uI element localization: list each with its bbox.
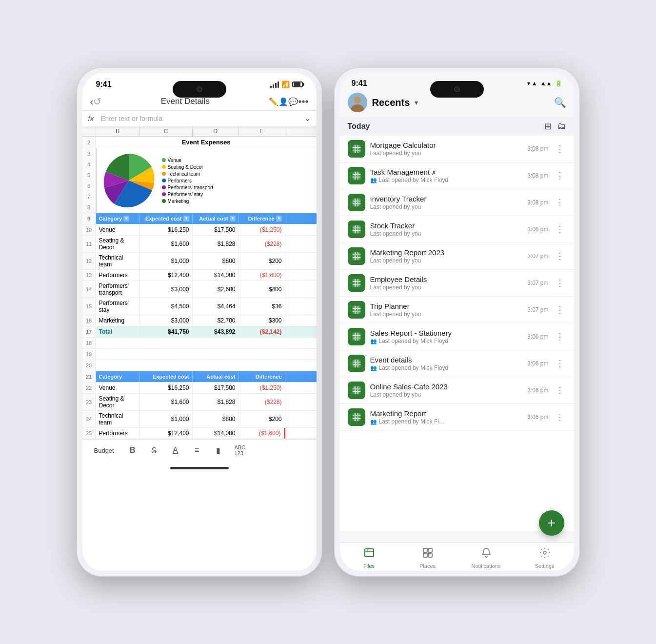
file-name-task: Task Management ✗ <box>370 168 523 176</box>
text-color-icon[interactable]: A <box>169 443 182 457</box>
file-time-cafe: 3:06 pm <box>527 387 548 394</box>
file-more-task[interactable]: ⋮ <box>554 170 566 181</box>
file-more-employee[interactable]: ⋮ <box>554 278 566 288</box>
file-more-trip[interactable]: ⋮ <box>554 304 566 315</box>
file-icon-event <box>348 355 365 372</box>
file-item-stock[interactable]: Stock Tracker Last opened by you 3:08 pm… <box>340 216 574 243</box>
align-icon[interactable]: ≡ <box>190 443 204 457</box>
r25-cat: Performers <box>96 428 140 439</box>
comment-icon[interactable]: 💬 <box>288 97 298 106</box>
r17-exp: $41,750 <box>140 326 193 337</box>
rownum-17: 17 <box>82 326 96 337</box>
file-info-stock: Stock Tracker Last opened by you <box>370 221 523 237</box>
header-diff: Difference ▾ <box>239 213 285 224</box>
folder-icon[interactable]: 🗂 <box>557 121 566 132</box>
phone1: 9:41 📶 ‹ ↺ Event Details ✏️ 👤 <box>77 67 322 577</box>
col-b-header[interactable]: B <box>96 126 140 136</box>
fx-label: fx <box>88 114 94 122</box>
svg-rect-48 <box>352 386 360 395</box>
search-button[interactable]: 🔍 <box>554 97 566 108</box>
file-item-event[interactable]: Event details 👥 Last opened by Mick Floy… <box>340 350 574 377</box>
file-item-inventory[interactable]: Inventory Tracker Last opened by you 3:0… <box>340 189 574 216</box>
row-25: 25 Performers $12,400 $14,000 ($1,600) <box>82 428 317 439</box>
highlight-icon[interactable]: ▮ <box>212 443 225 457</box>
file-item-marketing23[interactable]: Marketing Report 2023 Last opened by you… <box>340 243 574 270</box>
nav-places[interactable]: Places <box>398 547 457 569</box>
file-icon-employee <box>348 274 365 292</box>
svg-rect-38 <box>352 333 360 341</box>
strikethrough-icon[interactable]: S̶ <box>147 443 161 457</box>
signal-icon-2: ▲▲ <box>540 80 552 87</box>
places-nav-icon <box>422 547 434 562</box>
undo-icon[interactable]: ↺ <box>93 96 101 107</box>
nav-settings[interactable]: Settings <box>516 547 574 569</box>
document-title: Event Details <box>101 97 269 106</box>
rownum-3: 3 <box>82 148 96 159</box>
nav-files[interactable]: Files <box>340 547 398 569</box>
file-info-marketing: Marketing Report 👥 Last opened by Mick F… <box>370 409 523 425</box>
file-icon-cafe <box>348 382 365 399</box>
file-item-marketing[interactable]: Marketing Report 👥 Last opened by Mick F… <box>340 404 574 431</box>
fab-container: + <box>539 510 564 536</box>
pen-tool-icon[interactable]: ✏️ <box>269 97 278 106</box>
file-item-task[interactable]: Task Management ✗ 👥 Last opened by Mick … <box>340 162 574 189</box>
svg-rect-58 <box>365 549 374 557</box>
r25-exp: $12,400 <box>140 428 193 439</box>
r14-cat: Performers' transport <box>96 281 140 298</box>
file-more-inventory[interactable]: ⋮ <box>554 197 566 208</box>
row-12: 12 Technical team $1,000 $800 $200 <box>82 253 317 270</box>
file-name-trip: Trip Planner <box>370 302 523 310</box>
r22-cat: Venue <box>96 382 140 393</box>
file-more-event[interactable]: ⋮ <box>554 358 566 369</box>
people-icon[interactable]: 👤 <box>278 97 288 106</box>
user-avatar[interactable] <box>348 93 367 112</box>
back-icon[interactable]: ‹ <box>90 96 94 107</box>
file-more-marketing23[interactable]: ⋮ <box>554 251 566 262</box>
more-icon[interactable]: ••• <box>298 96 308 107</box>
file-more-sales[interactable]: ⋮ <box>554 331 566 342</box>
add-fab-button[interactable]: + <box>539 510 564 536</box>
file-item-cafe[interactable]: Online Sales-Cafe 2023 Last opened by yo… <box>340 377 574 404</box>
abc-icon[interactable]: ABC123 <box>233 443 247 457</box>
bold-icon[interactable]: B <box>126 443 139 457</box>
expand-icon[interactable]: ⌄ <box>304 114 311 123</box>
r25-diff: ($1,600) <box>239 428 285 439</box>
file-meta-event: 👥 Last opened by Mick Floyd <box>370 364 523 371</box>
wifi-icon: 📶 <box>281 80 290 88</box>
formula-input[interactable]: Enter text or formula <box>100 115 299 122</box>
file-more-cafe[interactable]: ⋮ <box>554 385 566 396</box>
file-more-marketing[interactable]: ⋮ <box>554 412 566 423</box>
r23-act: $1,828 <box>193 394 239 410</box>
file-item-employee[interactable]: Employee Details Last opened by you 3:07… <box>340 270 574 297</box>
r24-exp: $1,000 <box>140 411 193 427</box>
grid-view-icon[interactable]: ⊞ <box>544 121 552 132</box>
r13-act: $14,000 <box>193 270 239 281</box>
row-15: 15 Performers' stay $4,500 $4,464 $36 <box>82 298 317 315</box>
file-item-mortgage[interactable]: Mortgage Calculator Last opened by you 3… <box>340 136 574 162</box>
dropdown-icon[interactable]: ▾ <box>415 99 418 106</box>
col-d-header[interactable]: D <box>193 126 239 136</box>
signal-icon <box>270 81 279 88</box>
rownum-22: 22 <box>82 382 96 393</box>
file-item-sales[interactable]: Sales Report - Stationery 👥 Last opened … <box>340 323 574 350</box>
row-2: 2 Event Expenses <box>82 137 317 148</box>
svg-rect-3 <box>352 145 360 153</box>
file-time-marketing: 3:06 pm <box>527 414 548 421</box>
notifications-nav-icon <box>480 547 492 562</box>
r15-act: $4,464 <box>193 298 239 315</box>
file-item-trip[interactable]: Trip Planner Last opened by you 3:07 pm … <box>340 297 574 323</box>
file-more-stock[interactable]: ⋮ <box>554 224 566 235</box>
file-time-sales: 3:06 pm <box>527 333 548 340</box>
col-c-header[interactable]: C <box>140 126 193 136</box>
rownum-14: 14 <box>82 281 96 298</box>
header-row-21: 21 Category Expected cost Actual cost Di… <box>82 371 317 382</box>
chart-title-cell: Event Expenses <box>96 137 317 148</box>
nav-notifications[interactable]: Notifications <box>457 547 516 569</box>
sheet-tab[interactable]: Budget <box>90 445 118 456</box>
camera-dot-2 <box>454 86 460 92</box>
col-e-header[interactable]: E <box>239 126 285 136</box>
file-more-mortgage[interactable]: ⋮ <box>554 143 566 154</box>
r16-act: $2,700 <box>193 315 239 326</box>
file-meta-mortgage: Last opened by you <box>370 150 523 157</box>
h2-category: Category <box>96 371 140 382</box>
